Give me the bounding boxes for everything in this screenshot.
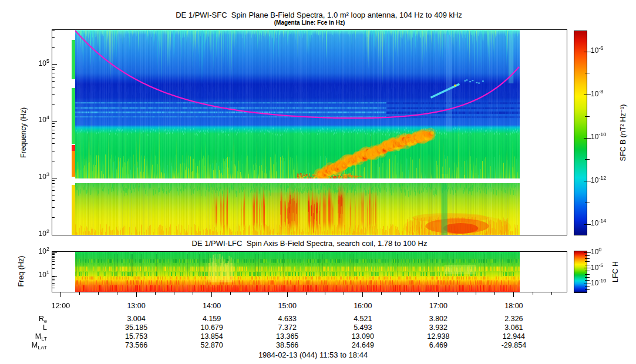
time-minor-tick [230, 292, 231, 295]
ephemeris-value: 3.932 [429, 323, 447, 332]
ephemeris-value: 5.493 [354, 323, 372, 332]
y-minor-tick [52, 30, 55, 31]
sfc-title: DE 1/PWI-SFC Spin Plane B-Field Spectra,… [176, 11, 462, 19]
sfc-colorbar-border [574, 31, 587, 235]
time-minor-tick [419, 292, 420, 295]
y-minor-tick [52, 161, 55, 161]
colorbar-major-tick [584, 284, 591, 284]
y-minor-tick [52, 123, 55, 124]
colorbar-minor-tick [585, 280, 590, 281]
time-minor-tick [344, 292, 344, 295]
time-minor-tick [494, 292, 495, 295]
pre-data-strip-segment [72, 145, 75, 151]
y-minor-tick [52, 37, 55, 38]
ephemeris-value: 24.649 [352, 341, 374, 349]
y-minor-tick [52, 183, 55, 184]
y-minor-tick [52, 268, 55, 269]
colorbar-major-tick [584, 52, 591, 52]
y-minor-tick [52, 207, 55, 208]
colorbar-tick-label: 10-10 [591, 133, 615, 141]
ephemeris-value: 13.365 [276, 332, 298, 341]
colorbar-tick-label: 10-10 [591, 279, 615, 287]
y-minor-tick [52, 47, 55, 48]
y-major-tick [52, 121, 57, 122]
time-minor-tick [476, 292, 476, 295]
time-tick-label: 17:00 [429, 302, 447, 310]
y-minor-tick [52, 257, 55, 258]
time-tick-label: 12:00 [52, 302, 70, 310]
y-minor-tick [52, 69, 55, 70]
colorbar-minor-tick [585, 255, 590, 256]
y-minor-tick [52, 253, 55, 254]
colorbar-tick-label: 10-12 [591, 176, 615, 184]
time-tick-label: 18:00 [504, 302, 523, 310]
time-minor-tick [268, 292, 269, 295]
y-minor-tick [52, 138, 55, 139]
y-minor-tick [52, 277, 55, 277]
y-minor-tick [52, 288, 55, 288]
y-minor-tick [52, 279, 55, 280]
colorbar-major-tick [584, 95, 591, 95]
colorbar-minor-tick [585, 258, 590, 259]
ephemeris-value: 10.679 [201, 323, 223, 332]
footer-date-range: 1984-02-13 (044) 11:53 to 18:44 [258, 350, 368, 359]
time-minor-tick [79, 292, 80, 295]
time-minor-tick [155, 292, 156, 295]
time-major-tick [287, 292, 288, 297]
colorbar-minor-tick [585, 277, 590, 278]
colorbar-tick-label: 10-5 [591, 264, 615, 272]
ephemeris-value: 4.159 [203, 315, 221, 323]
y-minor-tick [52, 278, 55, 278]
ephemeris-value: 52.870 [201, 341, 223, 349]
time-minor-tick [249, 292, 250, 295]
ephemeris-value: 13.854 [201, 332, 223, 341]
y-tick-label: 104 [23, 116, 49, 124]
pre-data-strip-segment [72, 151, 75, 177]
colorbar-tick-label: 10-6 [591, 46, 615, 55]
lfc-panel-border [52, 251, 567, 292]
colorbar-minor-tick [585, 274, 590, 275]
colorbar-minor-tick [585, 73, 590, 73]
ephemeris-value: 12.938 [427, 332, 449, 341]
time-minor-tick [533, 292, 533, 295]
y-minor-tick [52, 254, 55, 255]
y-minor-tick [52, 187, 55, 187]
y-minor-tick [52, 259, 55, 260]
colorbar-minor-tick [585, 261, 590, 262]
y-minor-tick [52, 200, 55, 201]
colorbar-major-tick [584, 252, 591, 253]
y-major-tick [52, 64, 57, 65]
y-minor-tick [52, 281, 55, 281]
y-minor-tick [52, 143, 55, 144]
time-major-tick [211, 292, 212, 297]
y-minor-tick [52, 67, 55, 68]
time-minor-tick [98, 292, 99, 295]
ephemeris-value: -29.854 [502, 341, 526, 349]
y-minor-tick [52, 133, 55, 134]
ephemeris-row-label: Re [39, 315, 47, 323]
time-major-tick [60, 292, 61, 297]
sfc-panel-border [52, 29, 567, 235]
y-minor-tick [52, 180, 55, 181]
colorbar-minor-tick [585, 116, 590, 117]
y-minor-tick [52, 126, 55, 127]
time-minor-tick [381, 292, 382, 295]
y-minor-tick [52, 283, 55, 284]
time-minor-tick [193, 292, 193, 295]
ephemeris-value: 2.326 [504, 315, 523, 323]
colorbar-minor-tick [585, 271, 590, 271]
y-minor-tick [52, 256, 55, 257]
ephemeris-value: 3.004 [127, 315, 145, 323]
y-minor-tick [52, 217, 55, 218]
pre-data-strip-segment [72, 88, 75, 144]
y-minor-tick [52, 195, 55, 196]
time-minor-tick [457, 292, 457, 295]
y-minor-tick [52, 81, 55, 82]
colorbar-major-tick [584, 224, 591, 225]
ephemeris-value: 73.566 [125, 341, 147, 349]
y-minor-tick [52, 190, 55, 191]
y-minor-tick [52, 264, 55, 265]
ephemeris-value: 6.469 [429, 341, 447, 349]
time-major-tick [438, 292, 439, 297]
ephemeris-value: 4.521 [354, 315, 372, 323]
